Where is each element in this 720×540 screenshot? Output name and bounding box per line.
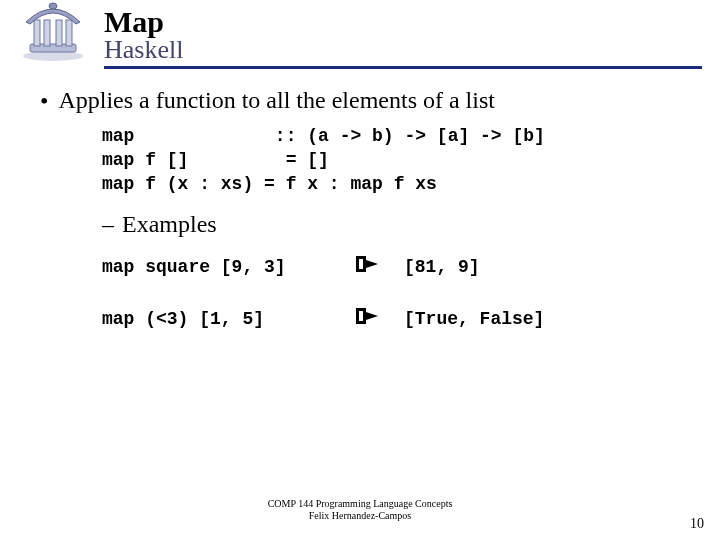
slide-footer: COMP 144 Programming Language Concepts F… [0, 498, 720, 522]
unc-well-logo-icon [14, 2, 92, 62]
dash-icon: – [102, 211, 114, 238]
footer-line-2: Felix Hernandez-Campos [0, 510, 720, 522]
svg-rect-4 [56, 20, 62, 46]
bullet-item: • Applies a function to all the elements… [40, 87, 680, 116]
slide-content: • Applies a function to all the elements… [0, 69, 720, 334]
slide-header: Map Haskell [0, 0, 720, 69]
svg-rect-7 [359, 259, 363, 269]
footer-line-1: COMP 144 Programming Language Concepts [0, 498, 720, 510]
slide-subtitle: Haskell [104, 36, 720, 65]
example-output: [81, 9] [404, 257, 480, 277]
svg-rect-2 [34, 20, 40, 46]
header-rule [104, 66, 702, 69]
evaluates-to-icon [332, 252, 404, 282]
page-number: 10 [690, 516, 704, 532]
bullet-text: Applies a function to all the elements o… [58, 87, 495, 114]
example-row: map square [9, 3] [81, 9] [102, 252, 680, 282]
svg-point-6 [49, 3, 57, 9]
title-block: Map Haskell [104, 6, 720, 64]
example-row: map (<3) [1, 5] [True, False] [102, 304, 680, 334]
sub-bullet-item: – Examples [102, 211, 680, 238]
svg-rect-3 [44, 20, 50, 46]
evaluates-to-icon [332, 304, 404, 334]
code-definition: map :: (a -> b) -> [a] -> [b] map f [] =… [102, 124, 680, 197]
example-output: [True, False] [404, 309, 544, 329]
example-input: map (<3) [1, 5] [102, 309, 332, 329]
bullet-dot-icon: • [40, 87, 48, 116]
svg-rect-5 [66, 20, 72, 46]
example-input: map square [9, 3] [102, 257, 332, 277]
slide-title: Map [104, 6, 720, 38]
svg-rect-8 [359, 311, 363, 321]
sub-bullet-text: Examples [122, 211, 217, 238]
